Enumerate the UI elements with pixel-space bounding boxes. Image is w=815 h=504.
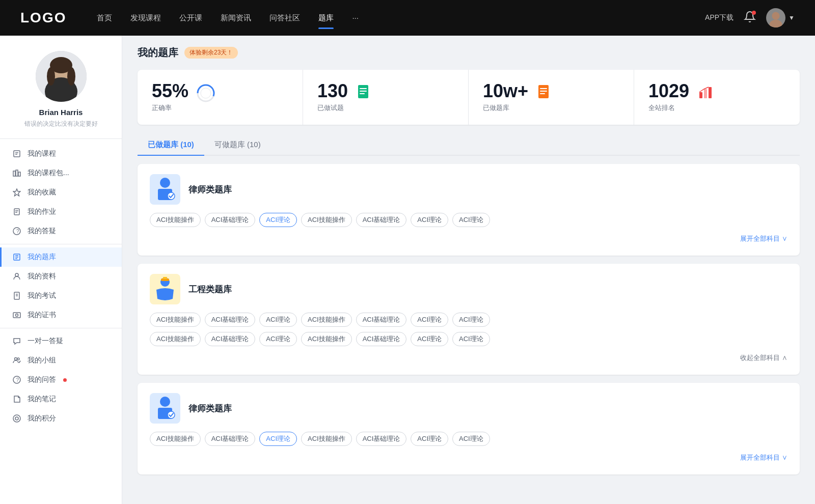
tag-1-6[interactable]: ACI理论 <box>452 313 490 327</box>
tag-2-3[interactable]: ACI技能操作 <box>301 432 352 446</box>
qbank-card-2-title: 律师类题库 <box>188 403 232 414</box>
user-avatar-button[interactable]: ▼ <box>766 8 795 27</box>
qbank-card-1-tags-row2: ACI技能操作 ACI基础理论 ACI理论 ACI技能操作 ACI基础理论 AC… <box>150 332 787 346</box>
sidebar-item-my-qbank[interactable]: 我的题库 <box>0 247 122 267</box>
tag-1-r2-0[interactable]: ACI技能操作 <box>150 332 201 346</box>
svg-point-49 <box>160 178 170 188</box>
nav-discover[interactable]: 发现课程 <box>130 11 161 25</box>
svg-rect-44 <box>540 91 547 92</box>
tag-1-r2-2[interactable]: ACI理论 <box>259 332 297 346</box>
header-right: APP下载 ▼ <box>705 8 795 27</box>
svg-rect-12 <box>16 170 18 176</box>
svg-rect-11 <box>13 171 15 176</box>
done-banks-icon-wrap <box>536 84 553 100</box>
page-wrapper: Brian Harris 错误的决定比没有决定要好 我的课程 我的课程包... <box>0 36 815 504</box>
svg-rect-54 <box>163 277 167 279</box>
tag-1-r2-5[interactable]: ACI理论 <box>411 332 448 346</box>
nav-questions[interactable]: 题库 <box>318 11 334 25</box>
sidebar-label-my-profile: 我的资料 <box>28 272 56 281</box>
header: LOGO 首页 发现课程 公开课 新闻资讯 问答社区 题库 ··· APP下载 … <box>0 0 815 36</box>
page-header: 我的题库 体验剩余23天！ <box>138 46 800 60</box>
tab-available-banks[interactable]: 可做题库 (10) <box>204 135 271 156</box>
tag-2-5[interactable]: ACI理论 <box>411 432 448 446</box>
nav-more[interactable]: ··· <box>352 11 359 25</box>
stat-accuracy-label: 正确率 <box>152 103 188 113</box>
tag-0-2[interactable]: ACI理论 <box>259 213 297 227</box>
tag-1-r2-3[interactable]: ACI技能操作 <box>301 332 352 346</box>
tag-1-r2-1[interactable]: ACI基础理论 <box>205 332 256 346</box>
svg-rect-39 <box>360 88 367 89</box>
nav-open-course[interactable]: 公开课 <box>179 11 202 25</box>
sidebar-label-my-questions: 我的答疑 <box>28 227 56 236</box>
qbank-card-1-title: 工程类题库 <box>188 284 232 295</box>
nav-qa[interactable]: 问答社区 <box>269 11 300 25</box>
sidebar-label-my-points: 我的积分 <box>28 414 56 423</box>
one-on-one-icon <box>12 337 21 346</box>
qbank-card-1: 工程类题库 ACI技能操作 ACI基础理论 ACI理论 ACI技能操作 ACI基… <box>138 264 800 375</box>
svg-rect-40 <box>360 91 367 92</box>
tag-2-6[interactable]: ACI理论 <box>452 432 490 446</box>
qbank-card-2-tags: ACI技能操作 ACI基础理论 ACI理论 ACI技能操作 ACI基础理论 AC… <box>150 432 787 446</box>
tag-2-1[interactable]: ACI基础理论 <box>205 432 256 446</box>
qbank-card-0-expand[interactable]: 展开全部科目 ∨ <box>150 232 787 245</box>
nav-home[interactable]: 首页 <box>97 11 112 25</box>
sidebar-item-my-exam[interactable]: 我的考试 <box>0 286 122 305</box>
svg-rect-45 <box>540 93 545 94</box>
tab-done-banks[interactable]: 已做题库 (10) <box>138 135 204 156</box>
lawyer-icon <box>154 177 176 202</box>
sidebar-item-my-points[interactable]: 我的积分 <box>0 409 122 428</box>
app-download-button[interactable]: APP下载 <box>705 13 734 22</box>
tag-2-2[interactable]: ACI理论 <box>259 432 297 446</box>
sidebar-item-my-group[interactable]: 我的小组 <box>0 351 122 370</box>
stat-done-banks-label: 已做题库 <box>483 103 528 113</box>
svg-rect-41 <box>360 93 365 94</box>
stat-accuracy: 55% 正确率 <box>138 70 303 125</box>
svg-text:?: ? <box>16 377 19 383</box>
sidebar-item-my-notes[interactable]: 我的笔记 <box>0 389 122 409</box>
tag-1-r2-4[interactable]: ACI基础理论 <box>356 332 407 346</box>
nav-news[interactable]: 新闻资讯 <box>221 11 251 25</box>
tag-0-5[interactable]: ACI理论 <box>411 213 448 227</box>
tag-0-4[interactable]: ACI基础理论 <box>356 213 407 227</box>
tag-0-6[interactable]: ACI理论 <box>452 213 490 227</box>
qbank-card-1-avatar <box>150 274 180 304</box>
sidebar-item-my-qa[interactable]: ? 我的问答 <box>0 370 122 389</box>
sidebar-item-my-course-pkg[interactable]: 我的课程包... <box>0 163 122 183</box>
sidebar-item-my-homework[interactable]: 我的作业 <box>0 202 122 221</box>
qbank-card-2: 律师类题库 ACI技能操作 ACI基础理论 ACI理论 ACI技能操作 ACI基… <box>138 383 800 474</box>
tag-2-4[interactable]: ACI基础理论 <box>356 432 407 446</box>
tag-1-1[interactable]: ACI基础理论 <box>205 313 256 327</box>
avatar <box>766 8 785 27</box>
tag-0-1[interactable]: ACI基础理论 <box>205 213 256 227</box>
sidebar-item-my-cert[interactable]: 我的证书 <box>0 305 122 325</box>
tag-1-0[interactable]: ACI技能操作 <box>150 313 201 327</box>
tag-0-0[interactable]: ACI技能操作 <box>150 213 201 227</box>
sidebar-item-my-questions[interactable]: ? 我的答疑 <box>0 221 122 241</box>
notification-button[interactable] <box>744 11 756 25</box>
tag-1-4[interactable]: ACI基础理论 <box>356 313 407 327</box>
tag-2-0[interactable]: ACI技能操作 <box>150 432 201 446</box>
sidebar: Brian Harris 错误的决定比没有决定要好 我的课程 我的课程包... <box>0 36 122 504</box>
stat-done-banks-value: 10w+ <box>483 82 528 100</box>
tag-1-3[interactable]: ACI技能操作 <box>301 313 352 327</box>
logo[interactable]: LOGO <box>20 10 66 26</box>
qbank-card-1-collapse[interactable]: 收起全部科目 ∧ <box>150 351 787 365</box>
tag-0-3[interactable]: ACI技能操作 <box>301 213 352 227</box>
sidebar-item-my-favorites[interactable]: 我的收藏 <box>0 183 122 202</box>
my-course-pkg-icon <box>12 169 21 178</box>
tag-1-r2-6[interactable]: ACI理论 <box>452 332 490 346</box>
sidebar-item-one-on-one[interactable]: 一对一答疑 <box>0 331 122 351</box>
sidebar-label-my-favorites: 我的收藏 <box>28 188 56 197</box>
svg-rect-48 <box>709 87 712 98</box>
sidebar-item-my-course[interactable]: 我的课程 <box>0 144 122 163</box>
profile-motto: 错误的决定比没有决定要好 <box>24 120 98 128</box>
qbank-card-2-expand[interactable]: 展开全部科目 ∨ <box>150 451 787 464</box>
qbank-card-0-avatar <box>150 174 180 205</box>
qbank-card-2-avatar <box>150 393 180 424</box>
my-qa-icon: ? <box>12 375 21 384</box>
sidebar-item-my-profile[interactable]: 我的资料 <box>0 267 122 286</box>
tag-1-5[interactable]: ACI理论 <box>411 313 448 327</box>
sidebar-label-my-exam: 我的考试 <box>28 291 56 300</box>
tag-1-2[interactable]: ACI理论 <box>259 313 297 327</box>
stats-row: 55% 正确率 130 已做试题 <box>138 70 800 125</box>
